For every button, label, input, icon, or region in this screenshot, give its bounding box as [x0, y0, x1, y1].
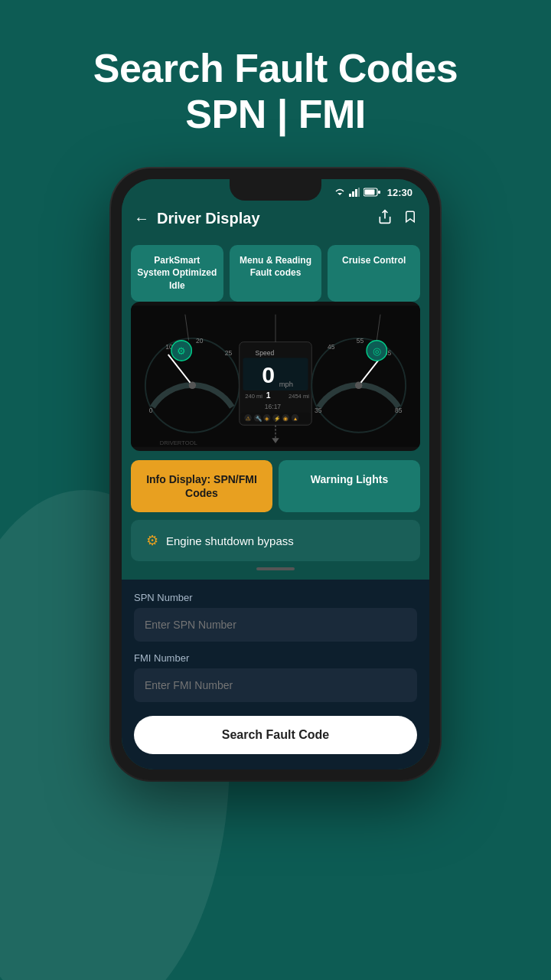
battery-icon: [364, 188, 380, 197]
signal-icon: [349, 188, 360, 197]
svg-text:▲: ▲: [293, 416, 298, 421]
svg-text:85: 85: [395, 407, 403, 414]
svg-rect-1: [349, 194, 351, 197]
nav-actions: [377, 209, 417, 228]
feature-btn-cruise[interactable]: Cruise Control: [328, 245, 420, 302]
svg-rect-7: [378, 191, 380, 194]
svg-point-45: [355, 382, 362, 389]
engine-bypass-button[interactable]: ⚙ Engine shutdown bypass: [131, 520, 420, 561]
fmi-input[interactable]: [134, 668, 417, 702]
svg-text:55: 55: [357, 337, 364, 345]
feature-btn-menu[interactable]: Menu & Reading Fault codes: [230, 245, 322, 302]
svg-text:DRIVERTOOL: DRIVERTOOL: [160, 439, 197, 446]
svg-rect-4: [358, 188, 360, 197]
bypass-label: Engine shutdown bypass: [166, 534, 294, 547]
bookmark-icon[interactable]: [403, 209, 417, 228]
svg-text:25: 25: [225, 349, 233, 357]
svg-text:Speed: Speed: [256, 349, 275, 357]
nav-bar: ← Driver Display: [122, 201, 429, 237]
svg-text:35: 35: [315, 407, 322, 414]
svg-point-12: [189, 382, 196, 389]
svg-text:🔧: 🔧: [256, 415, 262, 422]
feature-btn-parksmart[interactable]: ParkSmart System Optimized Idle: [131, 245, 223, 302]
svg-text:1: 1: [266, 391, 271, 400]
svg-rect-21: [243, 358, 308, 390]
tab-warning-lights[interactable]: Warning Lights: [279, 460, 420, 512]
svg-text:0: 0: [149, 407, 153, 414]
status-icons: 12:30: [334, 187, 412, 198]
svg-text:20: 20: [196, 337, 204, 345]
spn-input[interactable]: [134, 608, 417, 642]
svg-text:⚡: ⚡: [274, 415, 281, 422]
feature-buttons-row: ParkSmart System Optimized Idle Menu & R…: [122, 237, 429, 302]
svg-text:mph: mph: [279, 380, 293, 388]
spn-label: SPN Number: [134, 592, 417, 603]
svg-text:⚠: ⚠: [246, 416, 250, 421]
share-icon[interactable]: [377, 209, 393, 228]
wifi-icon: [334, 188, 345, 197]
svg-marker-0: [337, 193, 342, 195]
svg-text:0: 0: [262, 362, 275, 387]
svg-text:⚙: ⚙: [177, 345, 186, 357]
back-button[interactable]: ←: [134, 210, 149, 227]
page-title: Search Fault Codes SPN | FMI: [93, 46, 458, 138]
page-header: Search Fault Codes SPN | FMI: [47, 0, 504, 168]
svg-text:◎: ◎: [373, 345, 381, 357]
svg-rect-3: [355, 189, 357, 197]
phone-notch: [230, 179, 321, 201]
svg-rect-6: [364, 190, 374, 195]
tab-info-display[interactable]: Info Display: SPN/FMI Codes: [131, 460, 272, 512]
dashboard-display: 0 10 20 25 ⚙ Speed 0 mph 240 mi: [131, 302, 420, 451]
nav-title: Driver Display: [157, 210, 370, 227]
dashboard-svg: 0 10 20 25 ⚙ Speed 0 mph 240 mi: [131, 302, 420, 451]
svg-text:45: 45: [328, 343, 335, 351]
status-time: 12:30: [387, 187, 412, 198]
phone-mockup: 12:30 ← Driver Display: [111, 168, 440, 781]
svg-text:◉: ◉: [283, 416, 288, 421]
svg-text:2454 mi: 2454 mi: [289, 393, 309, 400]
fmi-label: FMI Number: [134, 652, 417, 664]
tab-buttons: Info Display: SPN/FMI Codes Warning Ligh…: [122, 451, 429, 520]
bypass-icon: ⚙: [146, 532, 158, 549]
svg-text:16:17: 16:17: [265, 403, 282, 410]
search-fault-code-button[interactable]: Search Fault Code: [134, 716, 417, 754]
form-area: SPN Number FMI Number Search Fault Code: [122, 580, 429, 769]
drag-handle[interactable]: [256, 567, 295, 570]
svg-rect-2: [352, 191, 354, 197]
svg-text:240 mi: 240 mi: [245, 393, 262, 400]
